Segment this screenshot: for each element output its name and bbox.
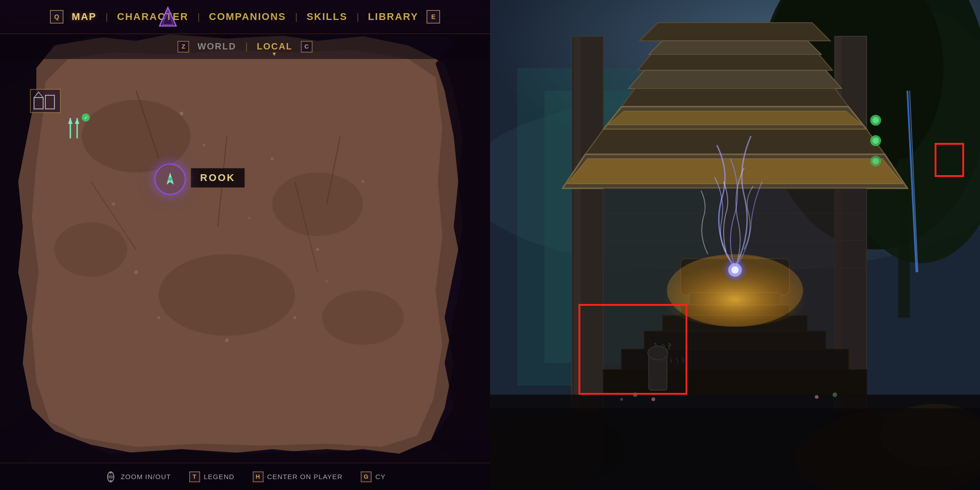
map-panel: Q MAP | CHARACTER | COMPANIONS | SKILLS … <box>0 0 490 490</box>
local-arrow: ▼ <box>271 51 278 57</box>
map-icon <box>159 5 177 24</box>
svg-point-3 <box>272 172 363 236</box>
svg-point-13 <box>271 157 274 160</box>
location-marker <box>29 88 61 115</box>
svg-point-5 <box>54 222 127 277</box>
svg-point-14 <box>134 270 138 274</box>
svg-point-96 <box>652 397 655 401</box>
top-navigation: Q MAP | CHARACTER | COMPANIONS | SKILLS … <box>0 0 490 34</box>
svg-point-19 <box>294 316 296 319</box>
map-type-sep: | <box>245 41 248 52</box>
nav-character[interactable]: CHARACTER <box>113 11 193 23</box>
svg-point-20 <box>203 144 206 147</box>
red-highlight-top <box>935 143 964 177</box>
nav-companions[interactable]: COMPANIONS <box>205 11 291 23</box>
nav-sep-3: | <box>295 12 297 22</box>
map-key-z[interactable]: Z <box>177 41 189 53</box>
svg-point-4 <box>159 254 295 336</box>
svg-marker-64 <box>608 111 862 125</box>
legend-key: T <box>189 471 200 482</box>
center-key: H <box>253 471 264 482</box>
svg-point-16 <box>225 338 229 342</box>
zoom-action: ZOOM IN/OUT <box>104 470 171 483</box>
legend-action[interactable]: T LEGEND <box>189 471 235 482</box>
svg-point-84 <box>731 266 739 274</box>
svg-marker-31 <box>68 118 73 124</box>
nav-sep-1: | <box>106 12 108 22</box>
scroll-icon <box>104 470 117 483</box>
nav-key-q[interactable]: Q <box>50 10 64 24</box>
companion-checkmark: ✓ <box>82 113 90 122</box>
svg-point-105 <box>872 158 879 164</box>
svg-marker-33 <box>75 118 79 124</box>
svg-point-22 <box>158 317 160 319</box>
companion-marker: ✓ <box>64 116 86 142</box>
nav-map[interactable]: MAP <box>67 11 101 23</box>
map-background <box>0 0 490 490</box>
player-marker <box>154 163 186 195</box>
svg-point-37 <box>108 475 114 479</box>
svg-point-2 <box>82 100 191 172</box>
svg-marker-59 <box>649 41 821 54</box>
svg-point-21 <box>249 217 250 219</box>
svg-marker-58 <box>640 23 830 41</box>
svg-marker-65 <box>585 129 885 154</box>
svg-point-97 <box>620 398 623 401</box>
svg-point-23 <box>326 280 328 282</box>
red-highlight-bottom <box>578 304 687 395</box>
nav-sep-2: | <box>197 12 200 22</box>
nav-sep-4: | <box>357 12 359 22</box>
nav-library[interactable]: LIBRARY <box>363 11 423 23</box>
svg-point-15 <box>316 248 319 251</box>
scene-background: ᚱ ᛟ ᚹ ᛉ ᚾ ᛊ ᚦ <box>490 0 980 490</box>
svg-point-17 <box>362 180 364 183</box>
svg-marker-60 <box>637 54 833 70</box>
svg-point-12 <box>180 112 183 115</box>
svg-rect-94 <box>490 408 980 490</box>
player-label: ROOK <box>191 168 245 188</box>
cycle-action[interactable]: G CY <box>361 471 386 482</box>
cycle-key: G <box>361 471 372 482</box>
player-ring <box>154 163 186 195</box>
nav-key-e[interactable]: E <box>426 10 440 24</box>
svg-marker-62 <box>622 88 848 107</box>
svg-point-103 <box>872 137 879 144</box>
svg-point-98 <box>815 395 818 399</box>
map-type-navigation: Z WORLD | LOCAL ▼ C <box>0 34 490 59</box>
svg-point-101 <box>872 117 879 123</box>
svg-marker-61 <box>628 70 842 88</box>
svg-point-18 <box>112 202 115 206</box>
svg-point-35 <box>168 177 172 181</box>
svg-point-6 <box>322 290 404 345</box>
map-type-local[interactable]: LOCAL ▼ <box>252 41 297 52</box>
svg-point-99 <box>833 392 837 397</box>
center-action[interactable]: H CENTER ON PLAYER <box>253 471 343 482</box>
map-type-world[interactable]: WORLD <box>193 41 241 52</box>
bottom-bar: ZOOM IN/OUT T LEGEND H CENTER ON PLAYER … <box>0 463 490 490</box>
map-key-c[interactable]: C <box>301 41 313 53</box>
game-scene-panel: ᚱ ᛟ ᚹ ᛉ ᚾ ᛊ ᚦ <box>490 0 980 490</box>
nav-skills[interactable]: SKILLS <box>302 11 352 23</box>
